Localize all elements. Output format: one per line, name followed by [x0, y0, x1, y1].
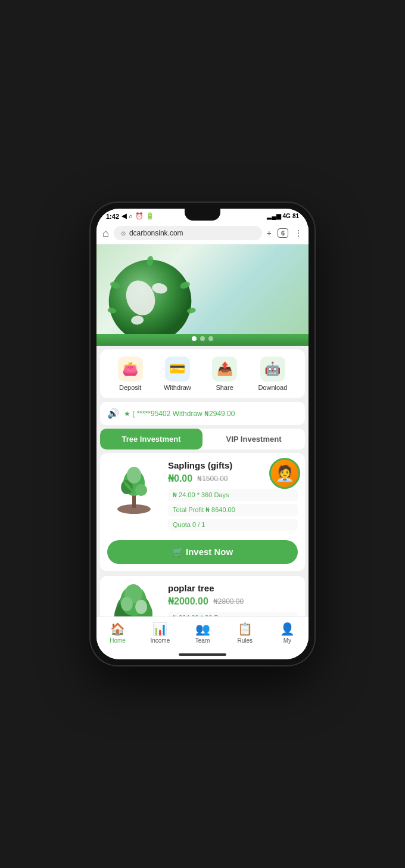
rules-nav-label: Rules: [237, 637, 253, 644]
phone-shell: 1:42 ◀ ○ ⏰ 🔋 ▂▄▆ 4G 81 ⌂ ⊙ dcarbonsink.c…: [89, 202, 316, 666]
add-tab-button[interactable]: +: [267, 228, 272, 238]
nav-home[interactable]: 🏠 Home: [96, 619, 139, 646]
battery-icon: 🔋: [146, 212, 154, 220]
svg-point-15: [127, 467, 141, 483]
income-nav-label: Income: [150, 637, 170, 644]
status-right: ▂▄▆ 4G 81: [267, 213, 299, 219]
alarm-icon: ⏰: [135, 212, 144, 220]
location-icon: ◀: [122, 212, 126, 220]
deposit-action[interactable]: 👛 Deposit: [118, 356, 143, 391]
team-nav-icon: 👥: [195, 622, 210, 636]
poplar-title: poplar tree: [168, 583, 298, 593]
time: 1:42: [106, 213, 119, 220]
income-nav-icon: 📊: [152, 622, 167, 636]
poplar-card: poplar tree ₦2000.00 ₦2800.00 ₦ 204.00 *…: [100, 576, 305, 616]
indicator-bar: [179, 653, 226, 656]
share-label: Share: [216, 384, 233, 391]
saplings-image: [107, 460, 161, 514]
share-action[interactable]: 📤 Share: [212, 356, 237, 391]
svg-point-23: [135, 600, 147, 614]
poplar-svg: [109, 583, 160, 616]
home-nav-label: Home: [110, 637, 126, 644]
poplar-current-price: ₦2000.00: [168, 596, 208, 607]
saplings-original-price: ₦1500.00: [197, 475, 228, 483]
scroll-content: 👛 Deposit 💳 Withdraw 📤 Share 🤖 Download: [96, 244, 309, 616]
dot-2: [200, 336, 205, 341]
dot-3: [208, 336, 213, 341]
saplings-detail3: Quota 0 / 1: [168, 519, 298, 531]
tab-count[interactable]: 6: [278, 228, 288, 238]
poplar-original-price: ₦2800.00: [213, 597, 244, 606]
nav-income[interactable]: 📊 Income: [139, 619, 181, 646]
download-action[interactable]: 🤖 Download: [258, 356, 287, 391]
team-nav-label: Team: [195, 637, 210, 644]
browser-bar: ⌂ ⊙ dcarbonsink.com + 6 ⋮: [96, 222, 309, 244]
url-security-icon: ⊙: [121, 230, 126, 237]
globe-image: [102, 253, 198, 346]
more-menu-button[interactable]: ⋮: [294, 228, 303, 238]
ticker-bar: 🔊 ★ ( *****95402 Withdraw ₦2949.00: [100, 402, 305, 425]
sapling-svg: [110, 460, 158, 514]
my-nav-icon: 👤: [280, 622, 295, 636]
poplar-detail1: ₦ 204.00 * 30 Days: [168, 612, 298, 616]
home-nav-icon: 🏠: [110, 622, 125, 636]
saplings-detail1: ₦ 24.00 * 360 Days: [168, 489, 298, 501]
poplar-image: [107, 583, 161, 616]
battery-pct: 81: [292, 213, 299, 219]
o-icon: ○: [129, 213, 133, 220]
poplar-price: ₦2000.00 ₦2800.00: [168, 596, 298, 607]
hero-dots: [192, 336, 213, 341]
poplar-info: poplar tree ₦2000.00 ₦2800.00 ₦ 204.00 *…: [168, 583, 298, 616]
nav-rules[interactable]: 📋 Rules: [224, 619, 266, 646]
download-icon: 🤖: [260, 356, 285, 382]
signal-bars: ▂▄▆: [267, 213, 281, 219]
dot-1: [192, 336, 197, 341]
deposit-label: Deposit: [119, 384, 141, 391]
withdraw-action[interactable]: 💳 Withdraw: [164, 356, 191, 391]
home-button[interactable]: ⌂: [102, 227, 109, 240]
support-avatar[interactable]: 🧑‍💼: [269, 458, 300, 489]
ticker-sound-icon: 🔊: [107, 408, 119, 419]
vip-investment-tab[interactable]: VIP Investment: [202, 429, 305, 450]
tree-investment-tab[interactable]: Tree Investment: [100, 429, 202, 450]
phone-screen: 1:42 ◀ ○ ⏰ 🔋 ▂▄▆ 4G 81 ⌂ ⊙ dcarbonsink.c…: [96, 209, 309, 659]
saplings-card: Saplings (gifts) ₦0.00 ₦1500.00 ₦ 24.00 …: [100, 453, 305, 571]
saplings-detail2: Total Profit ₦ 8640.00: [168, 504, 298, 516]
quick-actions: 👛 Deposit 💳 Withdraw 📤 Share 🤖 Download: [100, 349, 305, 398]
withdraw-label: Withdraw: [164, 384, 191, 391]
saplings-current-price: ₦0.00: [168, 473, 192, 484]
browser-actions: + 6 ⋮: [267, 228, 303, 238]
svg-point-22: [121, 597, 133, 611]
url-text: dcarbonsink.com: [129, 229, 183, 237]
home-indicator: [96, 651, 309, 659]
status-left: 1:42 ◀ ○ ⏰ 🔋: [106, 212, 154, 220]
poplar-card-inner: poplar tree ₦2000.00 ₦2800.00 ₦ 204.00 *…: [100, 576, 305, 616]
network-type: 4G: [283, 213, 291, 219]
investment-tabs: Tree Investment VIP Investment: [100, 429, 305, 450]
deposit-icon: 👛: [118, 356, 143, 382]
ticker-text: ★ ( *****95402 Withdraw ₦2949.00: [124, 410, 298, 418]
saplings-invest-button[interactable]: 🛒 Invest Now: [107, 540, 298, 564]
hero-banner: [96, 244, 309, 346]
nav-my[interactable]: 👤 My: [266, 619, 309, 646]
withdraw-icon: 💳: [165, 356, 190, 382]
download-label: Download: [258, 384, 287, 391]
my-nav-label: My: [284, 637, 291, 644]
share-icon: 📤: [212, 356, 237, 382]
nav-team[interactable]: 👥 Team: [181, 619, 223, 646]
phone-notch: [185, 209, 220, 221]
url-bar[interactable]: ⊙ dcarbonsink.com: [114, 226, 262, 240]
bottom-nav: 🏠 Home 📊 Income 👥 Team 📋 Rules 👤 My: [96, 616, 309, 651]
rules-nav-icon: 📋: [238, 622, 253, 636]
